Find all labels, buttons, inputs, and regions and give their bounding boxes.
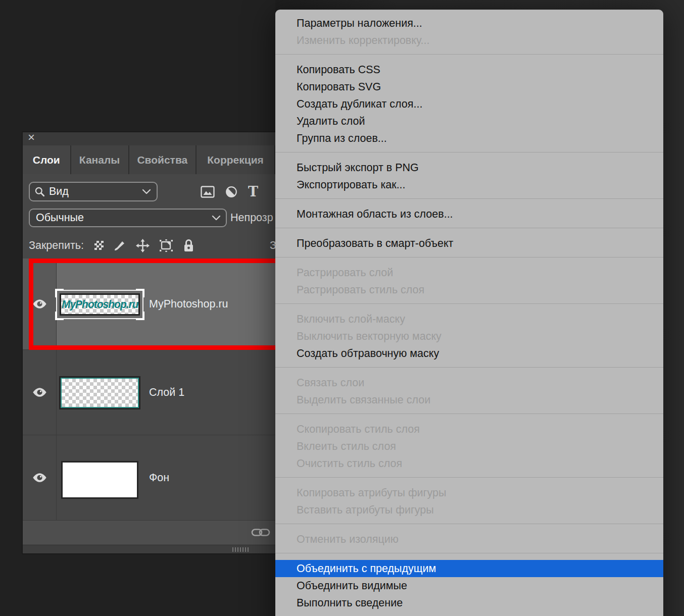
menu-item: Очистить стиль слоя [275,455,663,472]
thumbnail-text: MyPhotoshop.ru [62,298,138,311]
menu-item[interactable]: Преобразовать в смарт-объект [275,235,663,252]
layer-row-myphotoshop[interactable]: MyPhotoshop.ru MyPhotoshop.ru [23,259,275,349]
chevron-down-icon [212,215,221,221]
lock-row: Закрепить: [29,235,194,256]
menu-item[interactable]: Экспортировать как... [275,176,663,193]
lock-transparency-icon[interactable] [94,241,104,250]
menu-item[interactable]: Копировать SVG [275,78,663,95]
layer-thumbnail[interactable]: MyPhotoshop.ru [60,293,140,316]
menu-separator [275,54,663,55]
menu-item[interactable]: Копировать CSS [275,61,663,78]
opacity-label: Непрозр [230,209,275,227]
fill-label: З [270,235,275,256]
menu-item[interactable]: Создать дубликат слоя... [275,95,663,113]
resize-grip[interactable] [232,547,249,552]
lock-all-icon[interactable] [183,239,194,252]
menu-item[interactable]: Удалить слой [275,113,663,130]
visibility-toggle[interactable] [23,259,57,349]
panel-tab-bar: Слои Каналы Свойства Коррекция [23,145,275,174]
layer-context-menu: Параметры наложения...Изменить корректир… [275,10,663,616]
layer-thumbnail[interactable] [61,461,138,499]
link-layers-icon[interactable] [251,527,270,538]
menu-item: Изменить корректировку... [275,32,663,49]
layer-name[interactable]: Фон [149,472,169,484]
layer-name[interactable]: MyPhotoshop.ru [149,298,228,311]
tab-layers[interactable]: Слои [23,145,70,174]
lock-label: Закрепить: [29,239,84,252]
menu-item[interactable]: Группа из слоев... [275,130,663,147]
panel-status-strip [23,545,275,553]
filter-dropdown-value: Вид [49,185,69,198]
menu-item: Связать слои [275,374,663,391]
menu-separator [275,228,663,228]
menu-item-highlighted[interactable]: Объединить с предыдущим [275,560,663,577]
menu-item: Включить слой-маску [275,311,663,328]
menu-item: Растрировать стиль слоя [275,281,663,298]
lock-position-icon[interactable] [136,239,150,252]
menu-item: Выключить векторную маску [275,328,663,345]
menu-item: Отменить изоляцию [275,531,663,548]
tab-properties[interactable]: Свойства [129,145,196,174]
menu-item: Вставить атрибуты фигуры [275,501,663,519]
menu-separator [275,414,663,414]
menu-item: Скопировать стиль слоя [275,421,663,438]
blend-mode-dropdown[interactable]: Обычные [29,209,227,227]
menu-item[interactable]: Выполнить сведение [275,594,663,611]
menu-item[interactable]: Создать обтравочную маску [275,345,663,362]
layer-thumbnail[interactable] [61,378,139,408]
menu-item[interactable]: Быстрый экспорт в PNG [275,159,663,176]
visibility-toggle[interactable] [23,435,57,520]
lock-artboard-icon[interactable] [159,239,173,252]
visibility-toggle[interactable] [23,350,57,435]
layer-name[interactable]: Слой 1 [149,386,184,399]
layers-panel: × Слои Каналы Свойства Коррекция Вид T О… [23,132,275,553]
menu-item: Копировать атрибуты фигуры [275,484,663,501]
menu-separator [275,553,663,553]
menu-item: Вклеить стиль слоя [275,438,663,455]
layer-row-sloy1[interactable]: Слой 1 [23,349,275,435]
menu-separator [275,152,663,152]
menu-item[interactable]: Параметры наложения... [275,15,663,32]
menu-separator [275,477,663,478]
menu-separator [275,524,663,524]
menu-separator [275,367,663,368]
panel-titlebar: × [23,132,275,145]
menu-item: Растрировать слой [275,264,663,281]
chevron-down-icon [142,189,151,194]
screenshot-stage: { "colors": { "annotation_red": "#f30000… [0,0,684,616]
search-icon [34,186,45,197]
tab-channels[interactable]: Каналы [71,145,128,174]
layer-type-filters: T [201,182,258,201]
layer-row-background[interactable]: Фон [23,435,275,520]
menu-separator [275,303,663,304]
menu-separator [275,198,663,199]
adjustment-layer-filter-icon[interactable] [225,186,237,198]
menu-separator [275,257,663,258]
panel-bottom-bar [23,520,275,544]
menu-item: Выделить связанные слои [275,391,663,408]
close-icon[interactable]: × [28,132,35,144]
layer-filter-dropdown[interactable]: Вид [29,182,158,201]
pixel-layer-filter-icon[interactable] [201,186,215,198]
menu-item[interactable]: Объединить видимые [275,577,663,594]
tab-adjustments[interactable]: Коррекция [197,145,274,174]
menu-item[interactable]: Монтажная область из слоев... [275,206,663,223]
lock-pixels-icon[interactable] [113,239,126,252]
blend-mode-value: Обычные [36,212,84,224]
type-layer-filter-icon[interactable]: T [248,185,258,198]
